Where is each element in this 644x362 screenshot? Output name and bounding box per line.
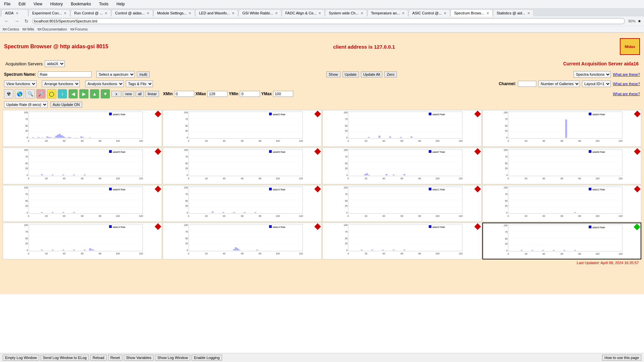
spectrum-cell-aida03[interactable]: 100 75 50 25 0 0 20 40 60 80 100 120 aid… [322, 110, 482, 147]
up-arrow-btn[interactable]: ▲ [90, 89, 99, 99]
svg-rect-123 [73, 175, 75, 175]
spectrum-cell-aida12[interactable]: 100 75 50 25 0 0 20 40 60 80 100 120 aid… [482, 185, 642, 222]
spectrum-name-input[interactable] [38, 71, 92, 77]
svg-text:100: 100 [24, 186, 28, 189]
zero-button[interactable]: Zero [384, 71, 397, 77]
spectrum-cell-aida05[interactable]: 100 75 50 25 0 0 20 40 60 80 100 120 aid… [3, 147, 162, 184]
menu-edit[interactable]: Edit [17, 1, 27, 7]
svg-text:60: 60 [241, 252, 244, 255]
svg-text:20: 20 [365, 215, 367, 217]
menu-tools[interactable]: Tools [98, 1, 110, 7]
svg-text:80: 80 [259, 215, 261, 217]
update-button[interactable]: Update [342, 71, 359, 77]
zoom-out-icon-btn[interactable]: 🔎 [36, 89, 46, 99]
view-functions-select[interactable]: View functions [4, 80, 37, 87]
svg-text:60: 60 [241, 140, 244, 142]
spectrum-cell-aida08[interactable]: 100 75 50 25 0 0 20 40 60 80 100 120 aid… [482, 147, 642, 184]
address-input[interactable] [32, 18, 625, 24]
back-button[interactable]: ← [3, 18, 11, 24]
tab-temperature-an...[interactable]: Temperature an...✕ [367, 9, 408, 16]
spectrum-cell-aida14[interactable]: 100 75 50 25 0 0 20 40 60 80 100 120 aid… [163, 223, 322, 259]
menu-history[interactable]: History [49, 1, 64, 7]
tab-fadc-align-&-ce...[interactable]: FADC Align & Ce...✕ [282, 9, 325, 16]
menu-help[interactable]: Help [115, 1, 126, 7]
spectrum-cell-aida16[interactable]: 100 75 50 25 0 0 20 40 60 80 100 120 aid… [482, 223, 642, 259]
show-button[interactable]: Show [326, 71, 340, 77]
xmax-input[interactable] [207, 91, 227, 97]
tab-experiment-con...[interactable]: Experiment Con...✕ [29, 9, 70, 16]
menu-view[interactable]: View [32, 1, 44, 7]
spectra-functions-select[interactable]: Spectra functions [574, 71, 611, 78]
acq-server-select[interactable]: aida16 [45, 60, 65, 67]
bookmark-documentation[interactable]: 🍽 Documentation [38, 27, 67, 31]
menu-file[interactable]: File [3, 1, 12, 7]
svg-rect-228 [269, 188, 272, 190]
select-spectrum[interactable]: Select a spectrum [96, 71, 135, 78]
spectrum-cell-aida09[interactable]: 100 75 50 25 0 0 20 40 60 80 100 120 aid… [3, 185, 162, 222]
bookmark-forums[interactable]: 🍽 Forums [70, 27, 88, 31]
tab-aida[interactable]: AIDA✕ [1, 9, 28, 16]
tab-led-and-wavefo...[interactable]: LED and Wavefo...✕ [195, 9, 238, 16]
number-of-galleries-select[interactable]: Number of Galleries [538, 80, 580, 87]
tab-spectrum-brows...[interactable]: Spectrum Brows...✕ [450, 9, 493, 16]
reload-button[interactable]: ↻ [23, 18, 30, 24]
new-button[interactable]: new [123, 91, 134, 97]
svg-text:50: 50 [25, 125, 28, 127]
tags-fits-select[interactable]: Tags & Fits [126, 80, 153, 87]
update-rate-select[interactable]: Update Rate (8 secs) [4, 101, 48, 108]
svg-rect-166 [386, 174, 387, 175]
multi-button[interactable]: multi [137, 71, 149, 77]
bookmark-star[interactable]: ★ [638, 19, 641, 23]
spectrum-cell-aida07[interactable]: 100 75 50 25 0 0 20 40 60 80 100 120 aid… [322, 147, 482, 184]
spectrum-cell-aida13[interactable]: 100 75 50 25 0 0 20 40 60 80 100 120 aid… [3, 223, 162, 259]
bookmark-wiki[interactable]: 🍽 Wiki [22, 27, 34, 31]
ymax-input[interactable] [273, 91, 293, 97]
x-button[interactable]: x [111, 91, 121, 97]
zoom-in-icon-btn[interactable]: 🔍 [25, 89, 35, 99]
what-are-these-2[interactable]: What are these? [613, 82, 640, 86]
globe-icon-btn[interactable]: 🌎 [15, 89, 24, 99]
yellow-btn[interactable]: ◯ [47, 89, 56, 99]
spectrum-cell-aida01[interactable]: 100 75 50 25 0 0 20 40 60 80 100 120 aid… [3, 110, 162, 147]
svg-rect-19 [32, 137, 34, 138]
tab-system-wide-ch...[interactable]: System wide Ch...✕ [325, 9, 367, 16]
bookmark-centos[interactable]: 🍽 Centos [3, 27, 19, 31]
tab-run-control-@-...[interactable]: Run Control @ ...✕ [70, 9, 111, 16]
spectrum-cell-aida04[interactable]: 100 75 50 25 0 0 20 40 60 80 100 120 aid… [482, 110, 642, 147]
channel-input[interactable] [518, 81, 536, 87]
spectrum-cell-aida15[interactable]: 100 75 50 25 0 0 20 40 60 80 100 120 aid… [322, 223, 482, 259]
what-are-these-3[interactable]: What are these? [613, 92, 640, 96]
tab-statistics-@-aid...[interactable]: Statistics @ aid...✕ [493, 9, 534, 16]
menu-bookmarks[interactable]: Bookmarks [69, 1, 92, 7]
analysis-functions-select[interactable]: Analysis functions [85, 80, 124, 87]
spectrum-cell-aida10[interactable]: 100 75 50 25 0 0 20 40 60 80 100 120 aid… [163, 185, 322, 222]
svg-rect-320 [233, 249, 235, 250]
down-arrow-btn[interactable]: ▼ [101, 89, 110, 99]
arrange-functions-select[interactable]: Arrange functions [42, 80, 80, 87]
spectrum-cell-aida02[interactable]: 100 75 50 25 0 0 20 40 60 80 100 120 aid… [163, 110, 322, 147]
auto-update-button[interactable]: Auto Update ON [50, 102, 82, 108]
forward-nav-btn[interactable]: ▶ [79, 89, 89, 99]
spectrum-cell-aida06[interactable]: 100 75 50 25 0 0 20 40 60 80 100 120 aid… [163, 147, 322, 184]
ymin-input[interactable] [240, 91, 260, 97]
update-all-button[interactable]: Update All [361, 71, 382, 77]
svg-rect-168 [404, 174, 405, 175]
all-button[interactable]: all [136, 91, 144, 97]
what-are-these-1[interactable]: What are these? [613, 72, 640, 76]
forward-button[interactable]: → [13, 18, 21, 24]
svg-text:100: 100 [503, 186, 507, 189]
linear-button[interactable]: linear [145, 91, 159, 97]
svg-text:40: 40 [223, 215, 225, 217]
svg-text:0: 0 [346, 212, 347, 214]
spectrum-cell-aida11[interactable]: 100 75 50 25 0 0 20 40 60 80 100 120 aid… [322, 185, 482, 222]
radiation-icon-btn[interactable]: ☢ [4, 89, 13, 99]
tab-gsi-white-rabbi...[interactable]: GSI White Rabbi...✕ [238, 9, 281, 16]
tab-control-@-aidas...[interactable]: Control @ aidas...✕ [111, 9, 153, 16]
layout-id-select[interactable]: Layout ID=1 [582, 80, 611, 87]
xmin-input[interactable] [174, 91, 194, 97]
tab-module-settings...[interactable]: Module Settings...✕ [153, 9, 195, 16]
teal-btn[interactable]: i [58, 89, 67, 99]
svg-text:60: 60 [560, 140, 563, 142]
tab-asic-control-@...[interactable]: ASIC Control @...✕ [409, 9, 450, 16]
back-nav-btn[interactable]: ◀ [68, 89, 78, 99]
